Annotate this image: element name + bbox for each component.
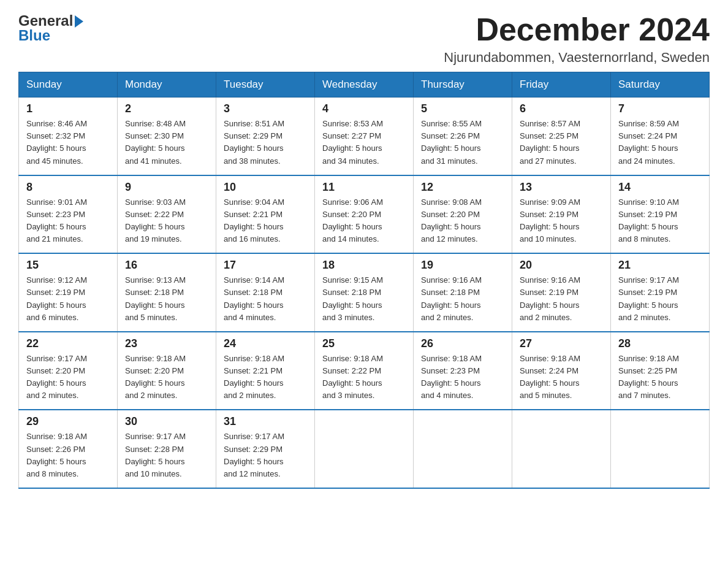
header-wednesday: Wednesday: [315, 72, 414, 98]
calendar-cell: 8Sunrise: 9:01 AMSunset: 2:23 PMDaylight…: [19, 175, 118, 254]
day-number: 6: [520, 102, 603, 115]
month-title: December 2024: [444, 12, 710, 47]
day-number: 5: [421, 102, 504, 115]
day-number: 28: [618, 337, 702, 350]
day-number: 4: [322, 102, 406, 115]
header-friday: Friday: [512, 72, 611, 98]
week-row-1: 1Sunrise: 8:46 AMSunset: 2:32 PMDaylight…: [19, 98, 710, 175]
week-row-2: 8Sunrise: 9:01 AMSunset: 2:23 PMDaylight…: [19, 175, 710, 254]
day-info: Sunrise: 9:18 AMSunset: 2:22 PMDaylight:…: [322, 353, 406, 402]
day-number: 27: [520, 337, 603, 350]
day-info: Sunrise: 9:12 AMSunset: 2:19 PMDaylight:…: [26, 274, 110, 324]
calendar-cell: [414, 410, 512, 488]
day-info: Sunrise: 8:48 AMSunset: 2:30 PMDaylight:…: [125, 118, 208, 167]
day-info: Sunrise: 9:13 AMSunset: 2:18 PMDaylight:…: [125, 274, 208, 324]
calendar-cell: 30Sunrise: 9:17 AMSunset: 2:28 PMDayligh…: [118, 410, 216, 488]
day-number: 11: [322, 181, 406, 194]
day-number: 1: [26, 102, 110, 115]
day-info: Sunrise: 9:15 AMSunset: 2:18 PMDaylight:…: [322, 274, 406, 324]
day-info: Sunrise: 9:18 AMSunset: 2:24 PMDaylight:…: [520, 353, 603, 402]
location-title: Njurundabommen, Vaesternorrland, Sweden: [444, 50, 710, 66]
day-number: 23: [125, 337, 208, 350]
day-number: 24: [224, 337, 307, 350]
calendar-cell: 29Sunrise: 9:18 AMSunset: 2:26 PMDayligh…: [19, 410, 118, 488]
calendar-cell: 25Sunrise: 9:18 AMSunset: 2:22 PMDayligh…: [315, 332, 414, 410]
day-number: 15: [26, 259, 110, 272]
week-row-3: 15Sunrise: 9:12 AMSunset: 2:19 PMDayligh…: [19, 253, 710, 332]
day-number: 9: [125, 181, 208, 194]
calendar-cell: 28Sunrise: 9:18 AMSunset: 2:25 PMDayligh…: [611, 332, 710, 410]
calendar-cell: 3Sunrise: 8:51 AMSunset: 2:29 PMDaylight…: [216, 98, 315, 175]
day-number: 22: [26, 337, 110, 350]
weekday-header-row: Sunday Monday Tuesday Wednesday Thursday…: [19, 72, 710, 98]
day-info: Sunrise: 9:18 AMSunset: 2:26 PMDaylight:…: [26, 431, 110, 480]
day-info: Sunrise: 9:17 AMSunset: 2:20 PMDaylight:…: [26, 353, 110, 402]
header-thursday: Thursday: [414, 72, 512, 98]
day-number: 8: [26, 181, 110, 194]
calendar-cell: 13Sunrise: 9:09 AMSunset: 2:19 PMDayligh…: [512, 175, 611, 254]
day-info: Sunrise: 8:51 AMSunset: 2:29 PMDaylight:…: [224, 118, 307, 167]
day-number: 20: [520, 259, 603, 272]
calendar-cell: 12Sunrise: 9:08 AMSunset: 2:20 PMDayligh…: [414, 175, 512, 254]
day-number: 19: [421, 259, 504, 272]
calendar-cell: [611, 410, 710, 488]
calendar-cell: 4Sunrise: 8:53 AMSunset: 2:27 PMDaylight…: [315, 98, 414, 175]
day-info: Sunrise: 9:10 AMSunset: 2:19 PMDaylight:…: [618, 196, 702, 246]
day-number: 21: [618, 259, 702, 272]
day-number: 17: [224, 259, 307, 272]
calendar-cell: 11Sunrise: 9:06 AMSunset: 2:20 PMDayligh…: [315, 175, 414, 254]
calendar-cell: 22Sunrise: 9:17 AMSunset: 2:20 PMDayligh…: [19, 332, 118, 410]
calendar-cell: 19Sunrise: 9:16 AMSunset: 2:18 PMDayligh…: [414, 253, 512, 332]
header-sunday: Sunday: [19, 72, 118, 98]
day-number: 30: [125, 415, 208, 428]
day-info: Sunrise: 8:46 AMSunset: 2:32 PMDaylight:…: [26, 118, 110, 167]
day-info: Sunrise: 9:08 AMSunset: 2:20 PMDaylight:…: [421, 196, 504, 246]
day-number: 10: [224, 181, 307, 194]
day-number: 16: [125, 259, 208, 272]
calendar-cell: 15Sunrise: 9:12 AMSunset: 2:19 PMDayligh…: [19, 253, 118, 332]
day-number: 7: [618, 102, 702, 115]
calendar-cell: 20Sunrise: 9:16 AMSunset: 2:19 PMDayligh…: [512, 253, 611, 332]
calendar-table: Sunday Monday Tuesday Wednesday Thursday…: [18, 72, 710, 489]
calendar-cell: 10Sunrise: 9:04 AMSunset: 2:21 PMDayligh…: [216, 175, 315, 254]
header-tuesday: Tuesday: [216, 72, 315, 98]
header-monday: Monday: [118, 72, 216, 98]
day-info: Sunrise: 8:57 AMSunset: 2:25 PMDaylight:…: [520, 118, 603, 167]
header-saturday: Saturday: [611, 72, 710, 98]
day-info: Sunrise: 8:55 AMSunset: 2:26 PMDaylight:…: [421, 118, 504, 167]
day-info: Sunrise: 9:17 AMSunset: 2:19 PMDaylight:…: [618, 274, 702, 324]
calendar-cell: [512, 410, 611, 488]
day-info: Sunrise: 9:03 AMSunset: 2:22 PMDaylight:…: [125, 196, 208, 246]
logo-blue-text: Blue: [18, 27, 50, 44]
calendar-cell: 1Sunrise: 8:46 AMSunset: 2:32 PMDaylight…: [19, 98, 118, 175]
day-number: 18: [322, 259, 406, 272]
day-info: Sunrise: 9:17 AMSunset: 2:29 PMDaylight:…: [224, 431, 307, 480]
day-number: 12: [421, 181, 504, 194]
day-number: 29: [26, 415, 110, 428]
day-number: 13: [520, 181, 603, 194]
day-number: 14: [618, 181, 702, 194]
calendar-cell: 21Sunrise: 9:17 AMSunset: 2:19 PMDayligh…: [611, 253, 710, 332]
calendar-cell: 5Sunrise: 8:55 AMSunset: 2:26 PMDaylight…: [414, 98, 512, 175]
day-info: Sunrise: 8:53 AMSunset: 2:27 PMDaylight:…: [322, 118, 406, 167]
day-info: Sunrise: 9:17 AMSunset: 2:28 PMDaylight:…: [125, 431, 208, 480]
logo: General Blue: [18, 12, 83, 44]
week-row-5: 29Sunrise: 9:18 AMSunset: 2:26 PMDayligh…: [19, 410, 710, 488]
day-info: Sunrise: 9:14 AMSunset: 2:18 PMDaylight:…: [224, 274, 307, 324]
page-header: General Blue December 2024 Njurundabomme…: [18, 12, 710, 66]
calendar-cell: 26Sunrise: 9:18 AMSunset: 2:23 PMDayligh…: [414, 332, 512, 410]
calendar-cell: [315, 410, 414, 488]
logo-triangle-icon: [75, 15, 83, 28]
week-row-4: 22Sunrise: 9:17 AMSunset: 2:20 PMDayligh…: [19, 332, 710, 410]
day-number: 2: [125, 102, 208, 115]
calendar-cell: 24Sunrise: 9:18 AMSunset: 2:21 PMDayligh…: [216, 332, 315, 410]
day-info: Sunrise: 9:18 AMSunset: 2:21 PMDaylight:…: [224, 353, 307, 402]
calendar-cell: 18Sunrise: 9:15 AMSunset: 2:18 PMDayligh…: [315, 253, 414, 332]
calendar-cell: 16Sunrise: 9:13 AMSunset: 2:18 PMDayligh…: [118, 253, 216, 332]
day-info: Sunrise: 9:16 AMSunset: 2:18 PMDaylight:…: [421, 274, 504, 324]
calendar-cell: 17Sunrise: 9:14 AMSunset: 2:18 PMDayligh…: [216, 253, 315, 332]
day-number: 31: [224, 415, 307, 428]
calendar-cell: 23Sunrise: 9:18 AMSunset: 2:20 PMDayligh…: [118, 332, 216, 410]
day-info: Sunrise: 9:18 AMSunset: 2:20 PMDaylight:…: [125, 353, 208, 402]
day-number: 3: [224, 102, 307, 115]
